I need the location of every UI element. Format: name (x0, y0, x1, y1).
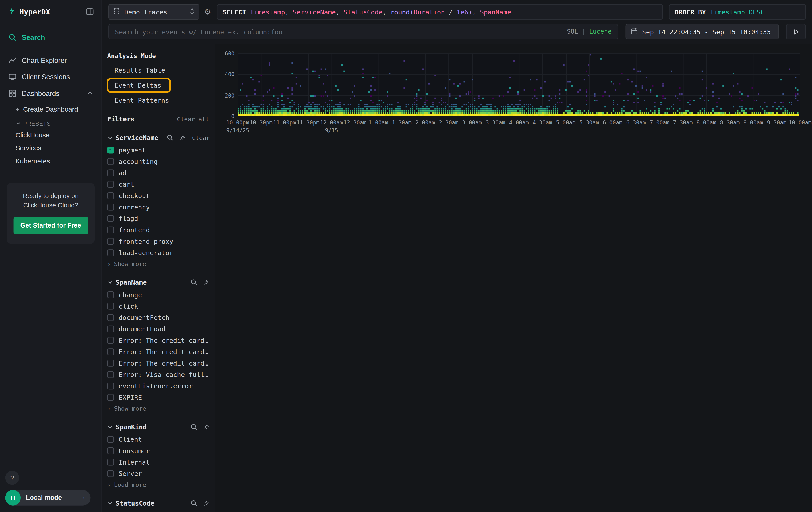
facet-option-click[interactable]: click (107, 302, 209, 310)
time-range-picker[interactable]: Sep 14 22:04:35 - Sep 15 10:04:35 (626, 24, 779, 39)
presets-toggle[interactable]: PRESETS (16, 117, 102, 129)
checkbox[interactable] (107, 204, 114, 210)
checkbox[interactable] (107, 360, 114, 367)
order-by-display[interactable]: ORDER BY Timestamp DESC (669, 4, 806, 20)
facet-option-cart[interactable]: cart (107, 181, 209, 188)
checkbox[interactable] (107, 459, 114, 465)
facet-option-ad[interactable]: ad (107, 169, 209, 177)
play-icon (793, 28, 799, 35)
facet-option-currency[interactable]: currency (107, 203, 209, 211)
facet-option-consumer[interactable]: Consumer (107, 447, 209, 455)
x-axis: 10:00pm10:30pm11:00pm11:30pm12:00am12:30… (238, 119, 800, 126)
sidebar-item-clickhouse[interactable]: ClickHouse (16, 129, 102, 141)
pin-icon[interactable] (179, 134, 185, 141)
user-avatar[interactable]: U (5, 490, 21, 506)
create-dashboard-button[interactable]: + Create Dashboard (16, 102, 102, 117)
sidebar-item-dashboards[interactable]: Dashboards (0, 85, 102, 102)
sidebar-item-client-sessions[interactable]: Client Sessions (0, 68, 102, 85)
facet-option-error-the-credit-card[interactable]: Error: The credit card (… (107, 359, 209, 367)
pin-icon[interactable] (203, 279, 209, 286)
facet-option-frontend-proxy[interactable]: frontend-proxy (107, 238, 209, 245)
checkbox[interactable] (107, 314, 114, 321)
collapse-sidebar-icon[interactable] (85, 7, 94, 16)
facet-option-expire[interactable]: EXPIRE (107, 394, 209, 401)
checkbox[interactable] (107, 170, 114, 176)
x-tick-label: 7:00am (650, 119, 669, 126)
facet-option-documentfetch[interactable]: documentFetch (107, 314, 209, 321)
sidebar-item-services[interactable]: Services (16, 141, 102, 155)
facet-option-flagd[interactable]: flagd (107, 215, 209, 222)
analysis-mode-option-results-table[interactable]: Results Table (108, 64, 209, 76)
facet-option-internal[interactable]: Internal (107, 458, 209, 466)
duration-heatmap: 0200400600 (218, 53, 800, 116)
run-search-button[interactable] (786, 24, 806, 39)
checkbox[interactable] (107, 291, 114, 298)
facet-load-more-button[interactable]: ›Load more (107, 481, 209, 488)
facet-option-accounting[interactable]: accounting (107, 158, 209, 165)
checkbox[interactable] (107, 215, 114, 222)
analysis-mode-option-event-deltas[interactable]: Event Deltas (108, 79, 170, 91)
search-icon[interactable] (191, 279, 197, 286)
search-icon[interactable] (191, 424, 197, 430)
checkbox[interactable] (107, 470, 114, 477)
get-started-button[interactable]: Get Started for Free (13, 217, 88, 235)
checkbox[interactable] (107, 238, 114, 245)
checkbox[interactable] (107, 249, 114, 256)
source-selector[interactable]: Demo Traces (108, 4, 199, 20)
facet-option-error-the-credit-card[interactable]: Error: The credit card (… (107, 336, 209, 344)
search-icon[interactable] (191, 500, 197, 507)
checkbox[interactable] (107, 448, 114, 454)
pin-icon[interactable] (203, 424, 209, 430)
checkbox[interactable] (107, 192, 114, 199)
facet-show-more-button[interactable]: ›Show more (107, 405, 209, 412)
search-input[interactable] (115, 28, 563, 36)
chevron-down-icon[interactable] (107, 279, 113, 285)
checkbox[interactable] (107, 303, 114, 309)
checkbox[interactable] (107, 383, 114, 389)
checkbox[interactable] (107, 326, 114, 332)
facet-option-load-generator[interactable]: load-generator (107, 249, 209, 257)
sql-mode-toggle[interactable]: SQL (567, 28, 578, 35)
sidebar-item-search[interactable]: Search (0, 29, 102, 46)
facet-option-frontend[interactable]: frontend (107, 226, 209, 234)
chevron-down-icon[interactable] (107, 501, 113, 506)
facet-clear-button[interactable]: Clear (192, 134, 210, 141)
search-icon[interactable] (167, 134, 173, 141)
x-tick-label: 8:30am (720, 119, 740, 126)
facet-option-documentload[interactable]: documentLoad (107, 325, 209, 333)
facet-option-checkout[interactable]: checkout (107, 192, 209, 200)
facet-option-change[interactable]: change (107, 291, 209, 299)
facet-option-payment[interactable]: payment (107, 146, 209, 154)
x-tick-label: 10:30pm (250, 119, 272, 126)
pin-icon[interactable] (203, 500, 209, 506)
facet-option-eventlistener-error[interactable]: eventListener.error (107, 382, 209, 390)
clear-all-button[interactable]: Clear all (177, 115, 209, 123)
checkbox[interactable] (107, 436, 114, 443)
analysis-mode-option-event-patterns[interactable]: Event Patterns (108, 95, 209, 106)
hyperdx-logo[interactable]: HyperDX (8, 7, 50, 17)
checkbox[interactable] (107, 394, 114, 401)
lucene-mode-toggle[interactable]: Lucene (589, 28, 612, 35)
checkbox[interactable] (107, 158, 114, 165)
help-button[interactable]: ? (5, 471, 19, 485)
checkbox[interactable] (107, 147, 114, 153)
checkbox[interactable] (107, 226, 114, 233)
chevron-down-icon[interactable] (107, 135, 113, 141)
facet-option-error-the-credit-card[interactable]: Error: The credit card (… (107, 348, 209, 356)
checkbox[interactable] (107, 181, 114, 188)
sidebar-item-chart-explorer[interactable]: Chart Explorer (0, 52, 102, 69)
sql-select-display[interactable]: SELECT Timestamp, ServiceName, StatusCod… (217, 4, 663, 20)
checkbox[interactable] (107, 337, 114, 344)
settings-gear-icon[interactable]: ⚙ (203, 7, 213, 17)
facet-statuscode: StatusCodeErrorOkUnset›Load more (107, 499, 209, 512)
sidebar-item-kubernetes[interactable]: Kubernetes (16, 155, 102, 167)
facet-option-client[interactable]: Client (107, 435, 209, 443)
checkbox[interactable] (107, 371, 114, 378)
checkbox[interactable] (107, 348, 114, 355)
chevron-down-icon[interactable] (107, 424, 113, 430)
facet-option-error-visa-cache-full[interactable]: Error: Visa cache full: … (107, 371, 209, 378)
facet-show-more-button[interactable]: ›Show more (107, 260, 209, 268)
sql-token (745, 8, 749, 16)
heatmap-plot[interactable] (238, 53, 800, 116)
facet-option-server[interactable]: Server (107, 470, 209, 478)
